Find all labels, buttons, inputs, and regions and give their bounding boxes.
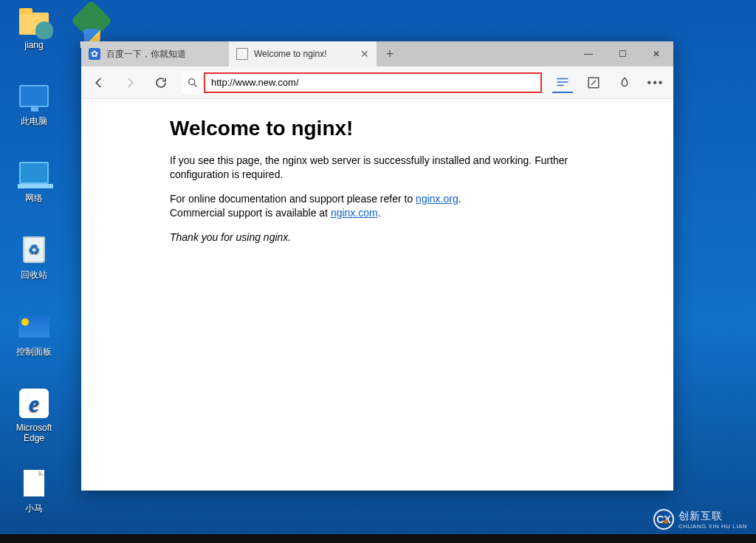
svg-point-0 <box>189 78 195 84</box>
desktop-icon-controlpanel[interactable]: 控制面板 <box>6 310 62 358</box>
arrow-right-icon <box>123 76 137 89</box>
edge-icon: e <box>18 387 50 420</box>
link-nginx-org[interactable]: nginx.org <box>416 193 458 205</box>
browser-window: ✿ 百度一下，你就知道 Welcome to nginx! ✕ + — ☐ ✕ <box>81 41 673 491</box>
arrow-left-icon <box>92 76 106 89</box>
folder-icon <box>18 4 50 37</box>
refresh-icon <box>154 76 168 89</box>
desktop-icon-label: 控制面板 <box>6 346 62 358</box>
page-paragraph: If you see this page, the nginx web serv… <box>170 154 585 182</box>
note-icon <box>587 76 600 89</box>
tabbar: ✿ 百度一下，你就知道 Welcome to nginx! ✕ + — ☐ ✕ <box>81 41 673 66</box>
more-button[interactable]: ••• <box>645 72 666 93</box>
hub-icon <box>618 76 631 89</box>
reading-list-icon <box>556 77 569 87</box>
notes-button[interactable] <box>583 72 604 93</box>
watermark-en: CHUANG XIN HU LIAN <box>678 523 747 530</box>
desktop-icon-label: 小马 <box>6 502 62 515</box>
watermark-logo-icon: CX <box>653 509 674 530</box>
desktop-icon-edge[interactable]: e Microsoft Edge <box>6 387 62 443</box>
tab-close-icon[interactable]: ✕ <box>360 48 369 60</box>
network-icon <box>18 157 50 189</box>
watermark-cn: 创新互联 <box>678 510 747 523</box>
desktop-icon-label: Microsoft Edge <box>6 423 62 443</box>
new-tab-button[interactable]: + <box>377 41 403 66</box>
tab-label: Welcome to nginx! <box>254 49 327 59</box>
toolbar: ••• <box>81 66 673 99</box>
back-button[interactable] <box>89 72 109 93</box>
hub-button[interactable] <box>614 72 635 93</box>
refresh-button[interactable] <box>151 72 171 93</box>
desktop-icon-userfolder[interactable]: jiang <box>6 4 62 50</box>
desktop-icon-recyclebin[interactable]: ♻ 回收站 <box>6 233 62 281</box>
tab-baidu[interactable]: ✿ 百度一下，你就知道 <box>81 41 229 66</box>
search-icon[interactable] <box>182 77 204 89</box>
watermark: CX 创新互联 CHUANG XIN HU LIAN <box>653 509 747 530</box>
forward-button[interactable] <box>120 72 140 93</box>
desktop-icon-network[interactable]: 网络 <box>6 157 62 205</box>
desktop-icon-label: 此电脑 <box>6 115 62 128</box>
desktop-icon-label: jiang <box>6 40 62 50</box>
desktop-icon-thispc[interactable]: 此电脑 <box>6 80 62 128</box>
desktop-icon-label: 回收站 <box>6 269 62 281</box>
taskbar[interactable] <box>0 534 756 543</box>
desktop-icon-label: 网络 <box>6 192 62 205</box>
window-maximize-button[interactable]: ☐ <box>605 41 639 66</box>
page-favicon-icon <box>236 48 248 60</box>
file-icon <box>18 467 50 499</box>
window-minimize-button[interactable]: — <box>571 41 605 66</box>
page-thanks: Thank you for using nginx. <box>170 230 585 245</box>
link-nginx-com[interactable]: nginx.com <box>331 207 378 219</box>
page-heading: Welcome to nginx! <box>170 117 585 140</box>
recyclebin-icon: ♻ <box>18 233 50 266</box>
ellipsis-icon: ••• <box>647 76 664 89</box>
desktop-icon-file[interactable]: 小马 <box>6 467 62 515</box>
tab-nginx[interactable]: Welcome to nginx! ✕ <box>229 41 377 66</box>
address-input[interactable] <box>204 72 542 93</box>
tab-label: 百度一下，你就知道 <box>106 48 186 61</box>
pc-icon <box>18 80 50 112</box>
window-close-button[interactable]: ✕ <box>639 41 673 66</box>
reading-mode-button[interactable] <box>552 72 573 93</box>
controlpanel-icon <box>18 310 50 343</box>
address-bar-wrap <box>182 72 542 94</box>
fiddler-icon <box>75 4 108 37</box>
baidu-favicon-icon: ✿ <box>89 48 100 60</box>
page-content: Welcome to nginx! If you see this page, … <box>81 99 673 491</box>
page-paragraph: For online documentation and support ple… <box>170 192 585 220</box>
